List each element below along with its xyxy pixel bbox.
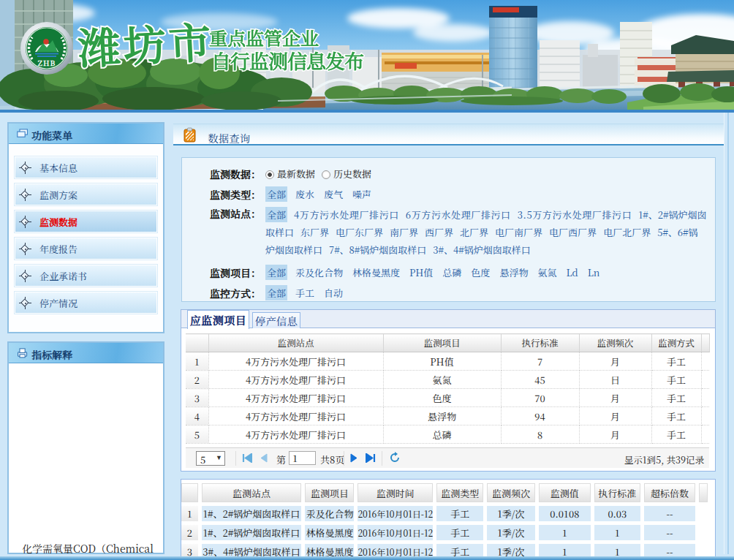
svg-text:ZHB: ZHB xyxy=(38,57,56,68)
svg-text:潍坊市: 潍坊市 xyxy=(75,8,215,77)
svg-text:自行监测信息发布: 自行监测信息发布 xyxy=(211,46,364,75)
